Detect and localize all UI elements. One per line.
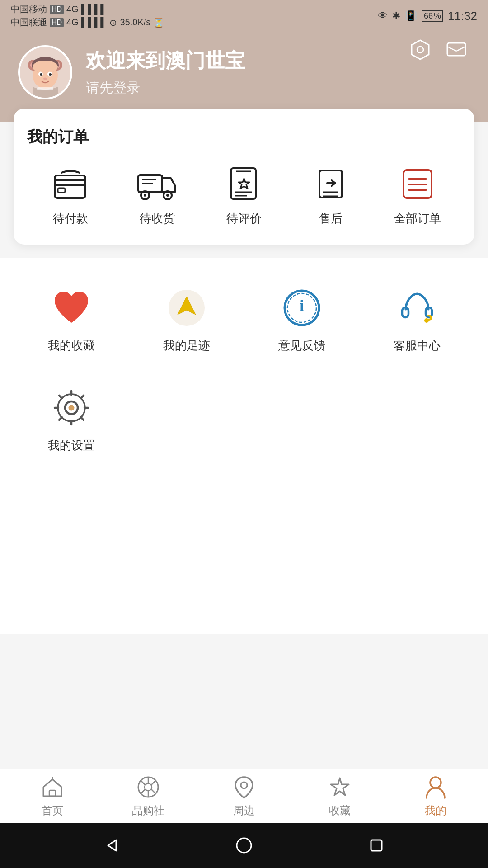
order-label-pending-review: 待评价 (226, 211, 262, 226)
return-icon (310, 164, 351, 204)
speed-label: 35.0K/s (120, 17, 150, 28)
svg-point-16 (49, 73, 52, 76)
svg-point-1 (417, 47, 423, 53)
android-recent-button[interactable] (367, 836, 385, 854)
order-label-all-orders: 全部订单 (394, 211, 441, 226)
nav-label-nearby: 周边 (233, 803, 255, 818)
profile-text: 欢迎来到澳门世宝 请先登录 (86, 47, 245, 97)
wifi-icon: ⊙ (109, 17, 117, 28)
svg-rect-2 (447, 43, 465, 56)
svg-point-17 (43, 78, 47, 80)
nav-item-home[interactable]: 首页 (5, 774, 100, 818)
battery-indicator: 66% (422, 10, 443, 22)
home-icon (40, 774, 65, 800)
nav-item-nearby[interactable]: 周边 (196, 774, 292, 818)
svg-text:i: i (299, 297, 304, 315)
svg-line-67 (141, 781, 145, 785)
feature-my-favorites[interactable]: 我的收藏 (14, 276, 129, 363)
android-home-button[interactable] (235, 836, 253, 854)
svg-rect-76 (371, 840, 382, 851)
svg-rect-31 (231, 168, 256, 199)
svg-rect-18 (37, 87, 53, 90)
svg-rect-21 (58, 188, 65, 193)
settings-row: 我的设置 (0, 376, 488, 481)
nav-item-shopping[interactable]: 品购社 (100, 774, 196, 818)
order-item-pending-review[interactable]: 待评价 (217, 164, 271, 226)
vibrate-icon: 📳 (405, 10, 417, 22)
svg-line-68 (151, 789, 155, 793)
order-item-pending-payment[interactable]: 待付款 (43, 164, 98, 226)
features-section: 我的收藏 我的足迹 i 意见反馈 (0, 258, 488, 376)
feature-feedback[interactable]: i 意见反馈 (244, 276, 359, 363)
nav-label-profile: 我的 (425, 803, 446, 818)
svg-line-4 (456, 47, 465, 51)
features-row-1: 我的收藏 我的足迹 i 意见反馈 (14, 276, 474, 363)
svg-rect-61 (49, 790, 56, 796)
svg-marker-0 (412, 40, 429, 59)
bluetooth-icon: ✱ (392, 10, 400, 22)
feature-settings[interactable]: 我的设置 (14, 376, 129, 462)
svg-point-49 (424, 318, 429, 323)
avatar[interactable] (18, 45, 72, 99)
order-item-all-orders[interactable]: 全部订单 (390, 164, 445, 226)
wallet-icon (50, 164, 91, 204)
svg-marker-32 (239, 179, 249, 189)
svg-rect-19 (55, 175, 85, 198)
svg-point-71 (241, 782, 247, 788)
nav-item-favorites[interactable]: 收藏 (292, 774, 388, 818)
message-button[interactable] (443, 36, 470, 63)
header-action-icons (407, 36, 470, 63)
bottom-nav: 首页 品购社 周边 (0, 769, 488, 823)
feature-label-feedback: 意见反馈 (278, 338, 325, 354)
order-label-after-sale: 售后 (319, 211, 343, 226)
svg-point-73 (430, 777, 441, 788)
welcome-text: 欢迎来到澳门世宝 (86, 47, 245, 74)
svg-point-15 (40, 73, 42, 76)
hd-badge2: HD (50, 18, 64, 27)
svg-point-26 (144, 194, 146, 197)
svg-point-64 (145, 783, 152, 791)
network-4g2: 4G (66, 17, 79, 28)
feedback-icon: i (279, 285, 324, 330)
settings-hex-button[interactable] (407, 36, 434, 63)
svg-rect-20 (55, 180, 85, 185)
signal2: ▌▌▌▌ (81, 17, 107, 28)
location-icon (231, 774, 257, 800)
content-spacer (0, 481, 488, 634)
order-item-pending-delivery[interactable]: 待收货 (130, 164, 184, 226)
svg-point-75 (237, 838, 251, 853)
hourglass-icon: ⏳ (153, 17, 164, 28)
gear-icon (49, 385, 94, 430)
carrier-info: 中国移动 HD 4G ▌▌▌▌ 中国联通 HD 4G ▌▌▌▌ ⊙ 35.0K/… (11, 3, 164, 28)
login-prompt[interactable]: 请先登录 (86, 79, 245, 97)
nav-item-profile[interactable]: 我的 (388, 774, 483, 818)
battery-level: 66 (424, 11, 433, 21)
order-item-after-sale[interactable]: 售后 (304, 164, 358, 226)
feature-label-settings: 我的设置 (48, 438, 95, 453)
signal1: ▌▌▌▌ (81, 4, 107, 14)
feature-label-customer-service: 客服中心 (394, 338, 441, 354)
hd-badge1: HD (50, 5, 64, 14)
svg-point-12 (33, 61, 58, 73)
feature-my-footprint[interactable]: 我的足迹 (129, 276, 244, 363)
feature-label-favorites: 我的收藏 (48, 338, 95, 354)
aperture-icon (136, 774, 161, 800)
svg-point-28 (166, 194, 169, 197)
orders-card: 我的订单 待付款 (14, 108, 474, 245)
person-icon (423, 774, 448, 800)
android-back-button[interactable] (103, 836, 121, 854)
orders-title: 我的订单 (27, 127, 461, 147)
svg-marker-74 (108, 840, 116, 851)
svg-line-3 (447, 47, 456, 51)
feature-customer-service[interactable]: 客服中心 (359, 276, 474, 363)
status-right-icons: 👁 ✱ 📳 66% 11:32 (378, 9, 477, 23)
nav-label-favorites: 收藏 (329, 803, 351, 818)
network-4g1: 4G (66, 4, 79, 14)
star-icon (327, 774, 352, 800)
eye-icon: 👁 (378, 10, 388, 22)
headset-icon (394, 285, 440, 330)
order-label-pending-payment: 待付款 (53, 211, 88, 226)
svg-line-69 (151, 781, 155, 785)
svg-marker-72 (331, 778, 349, 795)
heart-icon (49, 285, 94, 330)
